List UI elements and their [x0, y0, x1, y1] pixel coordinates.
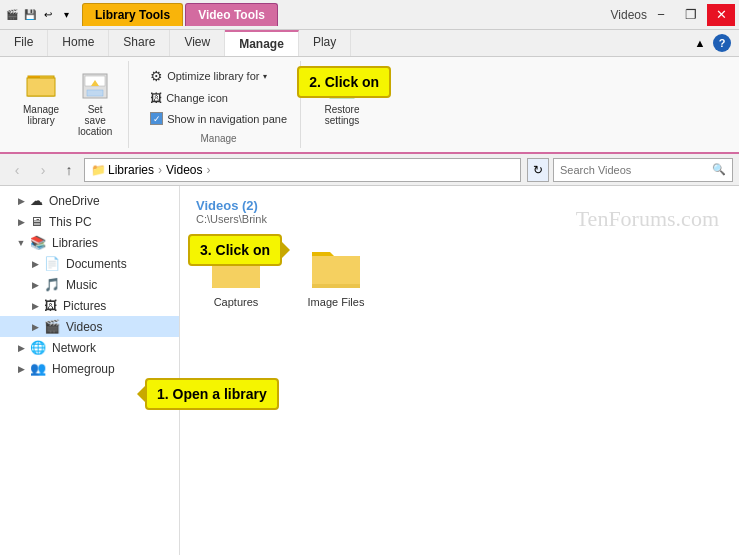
music-icon: 🎵 — [44, 277, 60, 292]
ribbon-content: Manage library Set save location — [0, 57, 739, 152]
imagefiles-label: Image Files — [308, 296, 365, 308]
svg-rect-2 — [27, 78, 55, 96]
path-icon: 📁 — [91, 163, 106, 177]
title-bar: 🎬 💾 ↩ ▾ Library Tools Video Tools Videos… — [0, 0, 739, 30]
manage-group-label: Manage — [201, 133, 237, 144]
set-save-location-button[interactable]: Set save location — [70, 65, 120, 142]
folder-imagefiles-icon — [310, 246, 362, 292]
captures-label: Captures — [214, 296, 259, 308]
tab-view[interactable]: View — [170, 30, 225, 56]
path-sep-1: › — [158, 163, 162, 177]
expand-icon: ▶ — [14, 364, 28, 374]
homegroup-label: Homegroup — [52, 362, 115, 376]
show-in-nav-checkbox[interactable] — [150, 112, 163, 125]
tab-video-tools[interactable]: Video Tools — [185, 3, 278, 26]
expand-icon: ▶ — [28, 259, 42, 269]
search-box[interactable]: 🔍 — [553, 158, 733, 182]
minimize-button[interactable]: − — [647, 4, 675, 26]
network-icon: 🌐 — [30, 340, 46, 355]
ribbon-context-tabs: Library Tools Video Tools — [82, 3, 603, 26]
content-pane: 3. Click on Videos (2) C:\Users\Brink Te… — [180, 186, 739, 555]
sidebar-item-videos[interactable]: ▶ 🎬 Videos — [0, 316, 179, 337]
quick-access-undo[interactable]: ↩ — [40, 7, 56, 23]
close-button[interactable]: ✕ — [707, 4, 735, 26]
optimize-dropdown-icon: ▾ — [263, 72, 267, 81]
optimize-library-button[interactable]: ⚙ Optimize library for ▾ — [145, 65, 292, 87]
sidebar-item-thispc[interactable]: ▶ 🖥 This PC — [0, 211, 179, 232]
show-in-nav-label: Show in navigation pane — [167, 113, 287, 125]
svg-rect-8 — [312, 256, 360, 288]
manage-library-icon — [25, 70, 57, 102]
folder-captures[interactable]: Captures — [196, 241, 276, 313]
documents-label: Documents — [66, 257, 127, 271]
library-title: Videos (2) — [196, 198, 723, 213]
library-path: C:\Users\Brink — [196, 213, 723, 225]
app-icon: 🎬 — [4, 7, 20, 23]
change-icon-button[interactable]: 🖼 Change icon — [145, 88, 292, 108]
videos-icon: 🎬 — [44, 319, 60, 334]
libraries-icon: 📚 — [30, 235, 46, 250]
onedrive-label: OneDrive — [49, 194, 100, 208]
sidebar-item-homegroup[interactable]: ▶ 👥 Homegroup — [0, 358, 179, 379]
restore-settings-icon — [326, 70, 358, 102]
thispc-icon: 🖥 — [30, 214, 43, 229]
folder-grid: Captures Image Files — [196, 241, 723, 313]
optimize-icon: ⚙ — [150, 68, 163, 84]
show-in-nav-button[interactable]: Show in navigation pane — [145, 109, 292, 128]
set-save-location-label: Set save location — [77, 104, 113, 137]
sidebar-item-pictures[interactable]: ▶ 🖼 Pictures — [0, 295, 179, 316]
restore-button[interactable]: ❐ — [677, 4, 705, 26]
svg-rect-7 — [212, 256, 260, 288]
tab-share[interactable]: Share — [109, 30, 170, 56]
ribbon: File Home Share View Manage Play ▲ ? — [0, 30, 739, 154]
pictures-label: Pictures — [63, 299, 106, 313]
ribbon-group-restore: Restore settings — [309, 61, 375, 148]
tab-file[interactable]: File — [0, 30, 48, 56]
optimize-label: Optimize library for — [167, 70, 259, 82]
back-button[interactable]: ‹ — [6, 159, 28, 181]
tab-manage[interactable]: Manage — [225, 30, 299, 56]
restore-settings-label: Restore settings — [325, 104, 360, 126]
thispc-label: This PC — [49, 215, 92, 229]
network-label: Network — [52, 341, 96, 355]
sidebar-item-music[interactable]: ▶ 🎵 Music — [0, 274, 179, 295]
tab-home[interactable]: Home — [48, 30, 109, 56]
ribbon-group-library-inner: Manage library Set save location — [16, 65, 120, 142]
path-part-libraries[interactable]: Libraries — [108, 163, 154, 177]
tab-play[interactable]: Play — [299, 30, 351, 56]
sidebar-item-onedrive[interactable]: ▶ ☁ OneDrive — [0, 190, 179, 211]
forward-button[interactable]: › — [32, 159, 54, 181]
sidebar-item-documents[interactable]: ▶ 📄 Documents — [0, 253, 179, 274]
manage-library-label: Manage library — [23, 104, 59, 126]
expand-icon: ▶ — [28, 280, 42, 290]
refresh-button[interactable]: ↻ — [527, 158, 549, 182]
change-icon-icon: 🖼 — [150, 91, 162, 105]
ribbon-tab-bar: File Home Share View Manage Play ▲ ? — [0, 30, 739, 57]
quick-access-dropdown[interactable]: ▾ — [58, 7, 74, 23]
restore-settings-button[interactable]: Restore settings — [317, 65, 367, 131]
expand-icon: ▶ — [14, 217, 28, 227]
help-button[interactable]: ? — [713, 34, 731, 52]
svg-rect-5 — [87, 90, 103, 96]
window-title: Videos — [611, 8, 647, 22]
manage-library-button[interactable]: Manage library — [16, 65, 66, 131]
address-path[interactable]: 📁 Libraries › Videos › — [84, 158, 521, 182]
folder-captures-icon — [210, 246, 262, 292]
expand-icon: ▼ — [14, 238, 28, 248]
search-input[interactable] — [560, 164, 708, 176]
sidebar-item-network[interactable]: ▶ 🌐 Network — [0, 337, 179, 358]
onedrive-icon: ☁ — [30, 193, 43, 208]
videos-label: Videos — [66, 320, 102, 334]
sidebar-item-libraries[interactable]: ▼ 📚 Libraries — [0, 232, 179, 253]
content-header: Videos (2) C:\Users\Brink — [196, 198, 723, 225]
up-button[interactable]: ↑ — [58, 159, 80, 181]
libraries-label: Libraries — [52, 236, 98, 250]
tab-library-tools[interactable]: Library Tools — [82, 3, 183, 26]
expand-icon: ▶ — [14, 196, 28, 206]
set-save-location-icon — [79, 70, 111, 102]
folder-imagefiles[interactable]: Image Files — [296, 241, 376, 313]
ribbon-collapse-btn[interactable]: ▲ — [691, 34, 709, 52]
quick-access-save[interactable]: 💾 — [22, 7, 38, 23]
change-icon-label: Change icon — [166, 92, 228, 104]
path-part-videos[interactable]: Videos — [166, 163, 202, 177]
